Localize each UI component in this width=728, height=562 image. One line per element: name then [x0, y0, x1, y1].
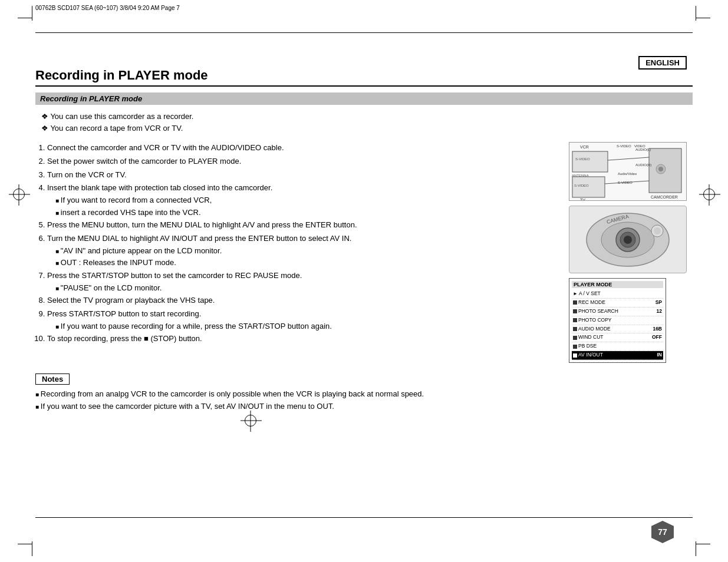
menu-item-avset: ► A / V SET	[572, 290, 663, 299]
menu-item-windcut: WIND CUT OFF	[572, 333, 663, 342]
two-column-layout: Connect the camcorder and VCR or TV with…	[35, 142, 693, 363]
steps-column: Connect the camcorder and VCR or TV with…	[35, 142, 557, 363]
crop-mark-tl-h	[18, 18, 32, 18]
page-container: 00762B SCD107 SEA (60~107) 3/8/04 9:20 A…	[0, 0, 728, 562]
note-1: Recording from an analpg VCR to the camc…	[35, 388, 693, 401]
svg-text:77: 77	[658, 527, 667, 537]
step6-sub-1: "AV IN" and picture appear on the LCD mo…	[55, 245, 557, 257]
step4-subbullets: If you want to record from a connected V…	[47, 194, 557, 218]
registration-mark-left	[13, 189, 25, 200]
svg-text:VCR: VCR	[580, 145, 589, 149]
step9-subbullets: If you want to pause recording for a whi…	[47, 320, 557, 332]
steps-list: Connect the camcorder and VCR or TV with…	[35, 142, 557, 345]
svg-text:AUDIO(L): AUDIO(L)	[635, 148, 651, 151]
step-5: Press the MENU button, turn the MENU DIA…	[47, 219, 557, 232]
menu-diagram: PLAYER MODE ► A / V SET REC MODE	[569, 278, 666, 363]
camcorder-hand-diagram: CAMERA	[569, 206, 687, 273]
header-meta: 00762B SCD107 SEA (60~107) 3/8/04 9:20 A…	[35, 5, 180, 11]
step-6: Turn the MENU DIAL to highlight AV IN/OU…	[47, 233, 557, 269]
menu-item-photocopy: PHOTO COPY	[572, 316, 663, 325]
svg-text:TV: TV	[580, 198, 585, 201]
intro-bullet-2: You can record a tape from VCR or TV.	[41, 123, 693, 134]
main-content: Recording in PLAYER mode Recording in PL…	[35, 68, 693, 515]
intro-bullets: You can use this camcorder as a recorder…	[41, 111, 693, 134]
svg-point-18	[658, 167, 663, 171]
step6-subbullets: "AV IN" and picture appear on the LCD mo…	[47, 245, 557, 269]
crop-mark-tr-h	[696, 18, 710, 18]
svg-text:S-VIDEO: S-VIDEO	[574, 184, 589, 187]
top-divider	[35, 32, 693, 33]
step7-subbullets: "PAUSE" on the LCD monitor.	[47, 282, 557, 294]
svg-text:S-VIDEO: S-VIDEO	[575, 157, 590, 161]
step-3: Turn on the VCR or TV.	[47, 169, 557, 181]
svg-text:S-VIDEO: S-VIDEO	[617, 144, 631, 148]
step7-sub-1: "PAUSE" on the LCD monitor.	[55, 282, 557, 294]
diagrams-column: VCR S-VIDEO TV S-VIDEO CAMCORDER S-VIDEO…	[569, 142, 693, 363]
step-10: To stop recording, press the ■ (STOP) bu…	[47, 333, 557, 345]
menu-item-avinout: AV IN/OUT IN	[572, 351, 663, 360]
page-number-hexagon: 77	[650, 520, 675, 544]
menu-item-recmode: REC MODE SP	[572, 299, 663, 308]
notes-label: Notes	[35, 373, 70, 385]
svg-text:AUDIO(R): AUDIO(R)	[635, 163, 651, 167]
step-9: Press START/STOP button to start recordi…	[47, 308, 557, 332]
crop-mark-bl-v	[32, 541, 32, 556]
step-1: Connect the camcorder and VCR or TV with…	[47, 142, 557, 154]
crop-mark-br-h	[696, 544, 710, 544]
svg-line-14	[608, 157, 649, 160]
registration-mark-right	[703, 189, 715, 200]
menu-item-pbdse: PB DSE	[572, 342, 663, 351]
page-number: 77	[650, 520, 675, 544]
intro-bullet-1: You can use this camcorder as a recorder…	[41, 111, 693, 123]
step4-sub-1: If you want to record from a connected V…	[55, 194, 557, 206]
vcr-diagram: VCR S-VIDEO TV S-VIDEO CAMCORDER S-VIDEO…	[569, 142, 687, 201]
step-2: Set the power switch of the camcorder to…	[47, 156, 557, 168]
step-4: Insert the blank tape with protection ta…	[47, 182, 557, 218]
section-header: Recording in PLAYER mode	[35, 92, 693, 105]
crop-mark-bl-h	[18, 544, 32, 544]
notes-section: Notes Recording from an analpg VCR to th…	[35, 373, 693, 413]
notes-list: Recording from an analpg VCR to the camc…	[35, 388, 693, 413]
menu-diagram-title: PLAYER MODE	[572, 281, 663, 288]
svg-point-25	[654, 227, 661, 234]
svg-point-23	[624, 236, 632, 244]
page-title: Recording in PLAYER mode	[35, 68, 693, 87]
crop-mark-tr-v	[696, 6, 696, 21]
step-7: Press the START/STOP button to set the c…	[47, 270, 557, 293]
svg-text:ANTENNA: ANTENNA	[572, 174, 589, 177]
menu-item-audiomode: AUDIO MODE 16B	[572, 325, 663, 334]
menu-item-photosearch: PHOTO SEARCH 12	[572, 308, 663, 316]
step6-sub-2: OUT : Releases the INPUT mode.	[55, 257, 557, 269]
svg-text:CAMCORDER: CAMCORDER	[651, 195, 678, 199]
step-8: Select the TV program or playback the VH…	[47, 295, 557, 307]
step4-sub-2: insert a recorded VHS tape into the VCR.	[55, 207, 557, 219]
svg-text:Audio/Video: Audio/Video	[618, 172, 637, 176]
svg-rect-0	[572, 151, 608, 172]
crop-mark-tl-v	[32, 6, 32, 21]
bottom-divider	[35, 517, 693, 518]
note-2: If you want to see the camcorder picture…	[35, 401, 693, 413]
crop-mark-br-v	[696, 541, 696, 556]
step9-sub-1: If you want to pause recording for a whi…	[55, 320, 557, 332]
